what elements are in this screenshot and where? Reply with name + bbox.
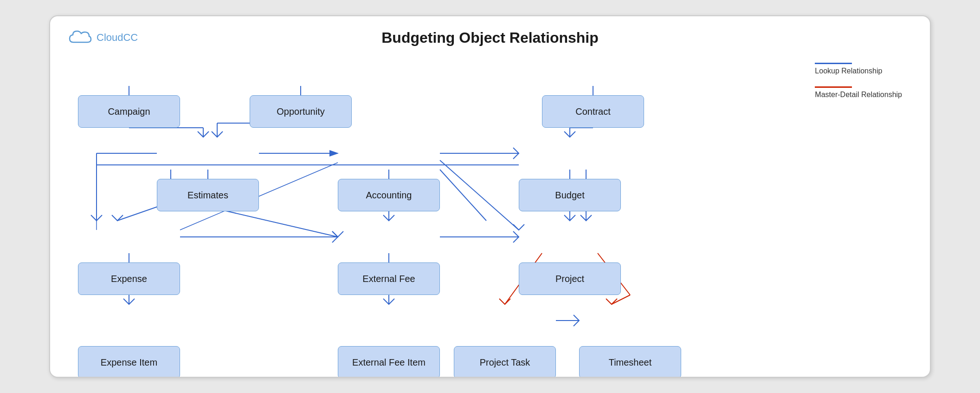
page-title: Budgeting Object Relationship [50,16,930,46]
logo-text: CloudCC [97,32,138,44]
node-estimates: Estimates [157,179,259,211]
cloud-icon [69,29,92,46]
diagram-container: Budgeting Object Relationship CloudCC Lo… [49,15,931,378]
master-detail-line [815,86,852,88]
node-externalfee: External Fee [338,262,440,295]
node-budget: Budget [519,179,621,211]
legend-master-detail: Master-Detail Relationship [815,86,902,99]
node-projecttask: Project Task [454,346,556,378]
node-externalfeeitem: External Fee Item [338,346,440,378]
node-timesheet: Timesheet [579,346,681,378]
node-opportunity: Opportunity [250,95,352,128]
master-detail-label: Master-Detail Relationship [815,91,902,99]
node-campaign: Campaign [78,95,180,128]
svg-line-22 [440,160,519,230]
svg-line-23 [440,170,486,221]
svg-line-30 [612,295,630,304]
lookup-line [815,63,852,64]
node-accounting: Accounting [338,179,440,211]
lookup-label: Lookup Relationship [815,67,902,75]
legend: Lookup Relationship Master-Detail Relati… [815,63,902,99]
logo: CloudCC [69,29,138,46]
node-contract: Contract [542,95,644,128]
node-expense: Expense [78,262,180,295]
node-expenseitem: Expense Item [78,346,180,378]
legend-lookup: Lookup Relationship [815,63,902,75]
node-project: Project [519,262,621,295]
